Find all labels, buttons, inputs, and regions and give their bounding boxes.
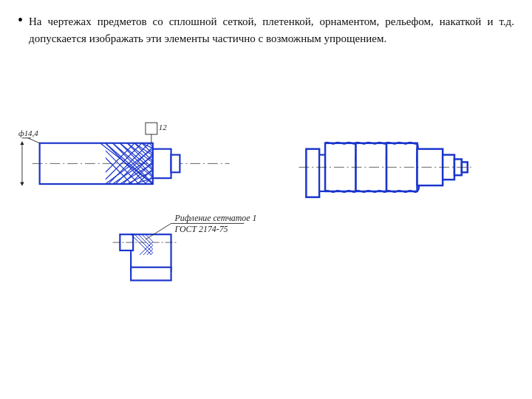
svg-text:12: 12: [159, 122, 167, 131]
paragraph-text: На чертежах предметов со сплошной сеткой…: [29, 13, 514, 48]
svg-rect-36: [171, 154, 180, 172]
svg-rect-35: [153, 149, 171, 178]
svg-rect-40: [146, 123, 157, 134]
svg-line-37: [28, 137, 40, 143]
technical-drawing-svg: ф14,4 12: [18, 61, 514, 313]
svg-text:ф14,4: ф14,4: [18, 128, 38, 137]
label-gost: ГОСТ 2174-75: [174, 224, 228, 234]
bullet-point: •: [18, 12, 23, 29]
svg-rect-60: [306, 149, 319, 197]
label-riflenye: Рифление сетчатое 1: [174, 213, 256, 223]
text-block: • На чертежах предметов со сплошной сетк…: [18, 13, 514, 48]
svg-rect-45: [131, 267, 171, 280]
page-container: • На чертежах предметов со сплошной сетк…: [0, 0, 532, 399]
diagrams-area: ф14,4 12: [18, 61, 514, 313]
